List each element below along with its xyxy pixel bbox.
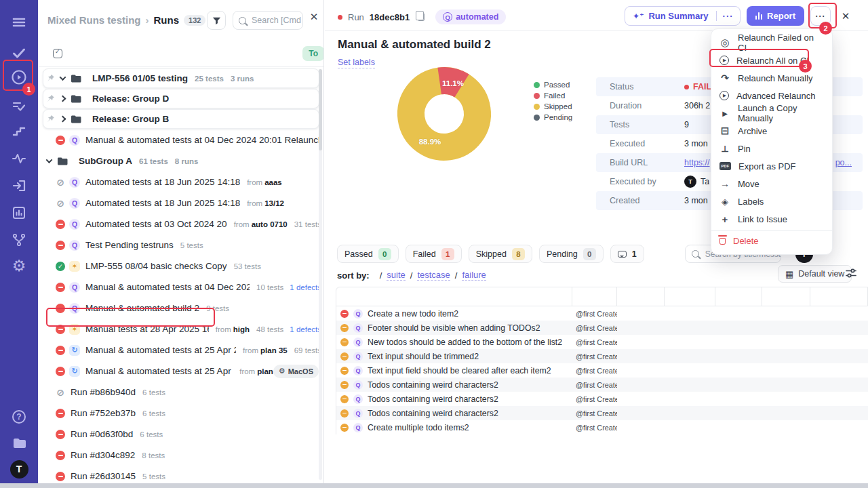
select-runs-icon[interactable] <box>53 49 62 58</box>
breadcrumb-section[interactable]: Runs <box>154 14 180 26</box>
table-row[interactable]: Todos containing weird characters2 @firs… <box>336 406 868 420</box>
list-item[interactable]: Manual & automated tests at 25 Apr 2025 … <box>38 361 324 382</box>
runs-search[interactable] <box>233 11 303 30</box>
activity-pulse-icon[interactable] <box>0 148 38 169</box>
menu-item[interactable]: Pin <box>711 140 832 157</box>
list-item[interactable]: LMP-556 01/05 testing 25 tests 3 runs <box>43 68 319 88</box>
set-labels-link[interactable]: Set labels <box>338 58 375 68</box>
table-column-header[interactable] <box>762 287 810 306</box>
menu-item[interactable]: Link to Issue <box>711 210 832 228</box>
grid-view-icon: ▦ <box>785 269 793 279</box>
sort-option-link[interactable]: /testcase <box>406 270 450 281</box>
list-item[interactable]: Manual & automated tests at 25 Apr 2025 … <box>38 340 324 361</box>
menu-item[interactable]: Relaunch Manually <box>711 69 832 87</box>
breadcrumb-project[interactable]: Mixed Runs testing <box>47 14 141 26</box>
table-row[interactable]: Todos containing weird characters2 @firs… <box>336 392 868 406</box>
list-item[interactable]: Run #0d63f0bd 6 tests <box>38 424 324 445</box>
status-chips: Passed 0 Failed 1 Skipped 8 Pending 0 <box>337 245 604 263</box>
table-column-header[interactable] <box>665 287 715 306</box>
menu-item[interactable]: Export as PDF <box>711 157 832 175</box>
menu-item[interactable]: Move <box>711 175 832 192</box>
table-row[interactable]: Todos containing weird characters2 @firs… <box>336 378 868 392</box>
list-item[interactable]: Automated tests at 18 Jun 2025 14:18 fro… <box>38 192 324 214</box>
reports-chart-icon[interactable] <box>0 203 38 223</box>
table-row[interactable]: New todos should be added to the bottom … <box>336 335 868 349</box>
run-summary-button[interactable]: ✦⁺Run Summary ··· <box>625 6 741 26</box>
table-column-header[interactable] <box>572 287 617 306</box>
status-filter-chip[interactable]: Pending 0 <box>539 245 604 263</box>
table-row[interactable]: Create a new todo item2 @first Create ..… <box>336 306 868 321</box>
list-item[interactable]: Automated tests at 03 Oct 2024 20:25 fro… <box>38 214 324 235</box>
workflows-branch-icon[interactable] <box>0 230 38 250</box>
table-row[interactable]: Footer should be visible when adding TOD… <box>336 321 868 335</box>
run-defects-link[interactable]: 1 defects <box>290 325 321 333</box>
list-item[interactable]: LMP-555 08/04 basic checks Copy 53 tests <box>38 256 324 277</box>
menu-item[interactable]: Delete <box>711 230 832 249</box>
list-item[interactable]: Run #26d30145 5 tests <box>38 466 324 483</box>
test-cases-icon[interactable] <box>0 96 38 117</box>
steps-icon[interactable] <box>0 121 38 141</box>
run-status-icon <box>56 199 65 208</box>
chevron-icon[interactable] <box>60 116 66 123</box>
help-icon[interactable]: ? <box>0 407 38 427</box>
menu-icon[interactable] <box>0 12 38 33</box>
workspace-avatar[interactable]: T <box>0 459 38 479</box>
table-row[interactable]: Create multiple todo items2 @first Creat… <box>336 420 868 434</box>
test-status-icon <box>340 338 349 346</box>
menu-item[interactable]: Relaunch Failed on CI <box>711 34 832 52</box>
default-view-button[interactable]: ▦ Default view <box>778 265 852 283</box>
table-row[interactable]: Text input should be trimmed2 @first Cre… <box>336 349 868 363</box>
automated-tag[interactable]: Q automated <box>435 9 506 24</box>
menu-item[interactable]: Launch a Copy Manually <box>711 104 832 122</box>
status-filter-chip[interactable]: Passed 0 <box>337 245 399 263</box>
list-item[interactable]: Test Pending testruns 5 tests <box>38 235 324 256</box>
list-item[interactable]: Manual & automated build 2 9 tests <box>38 298 324 319</box>
table-column-header[interactable] <box>617 287 665 306</box>
build-url-tail-link[interactable]: po... <box>835 158 852 167</box>
chevron-icon[interactable] <box>60 96 66 102</box>
folder-icon <box>71 94 81 104</box>
menu-item[interactable]: Relaunch All on CI <box>711 52 832 69</box>
filter-button[interactable] <box>207 11 226 30</box>
runs-search-input[interactable] <box>250 15 303 26</box>
list-item[interactable]: Release: Group B <box>43 109 319 129</box>
report-button[interactable]: Report <box>747 6 804 26</box>
list-item[interactable]: Run #752eb37b 6 tests <box>38 403 324 424</box>
list-item[interactable]: Manual & automated tests at 04 Dec 2024 … <box>38 277 324 298</box>
toggle-pill[interactable]: To <box>302 46 324 61</box>
list-item[interactable]: Release: Group D <box>43 89 319 108</box>
list-item[interactable]: SubGroup A 61 tests 8 runs <box>38 150 324 171</box>
close-panel-icon[interactable]: ✕ <box>839 9 852 23</box>
table-column-header[interactable] <box>715 287 762 306</box>
chevron-icon[interactable] <box>60 74 66 81</box>
projects-folder-icon[interactable] <box>0 433 38 453</box>
list-item[interactable]: Run #b86b940d 6 tests <box>38 382 324 403</box>
runs-scrollbar[interactable] <box>319 69 322 480</box>
column-settings-icon[interactable] <box>845 267 857 279</box>
table-column-header[interactable] <box>810 287 868 306</box>
table-column-header[interactable] <box>336 287 572 306</box>
sort-option-link[interactable]: /suite <box>375 270 406 281</box>
menu-item[interactable]: Labels <box>711 192 832 210</box>
menu-item[interactable]: Archive <box>711 122 832 140</box>
list-item[interactable]: Manual & automated tests at 04 Dec 2024 … <box>38 129 324 150</box>
copy-icon[interactable] <box>418 13 425 21</box>
close-search-icon[interactable]: ✕ <box>307 9 321 24</box>
run-from: fromplan 35 <box>243 346 288 354</box>
run-summary-more-button[interactable]: ··· <box>716 11 740 21</box>
sort-option-link[interactable]: /failure <box>450 270 486 281</box>
status-filter-chip[interactable]: Skipped 8 <box>469 245 532 263</box>
list-item[interactable]: Run #d304c892 8 tests <box>38 445 324 466</box>
menu-item[interactable]: Advanced Relaunch <box>711 87 832 104</box>
list-item[interactable]: Automated tests at 18 Jun 2025 14:18 fro… <box>38 171 324 192</box>
status-filter-chip[interactable]: Failed 1 <box>406 245 462 263</box>
import-icon[interactable] <box>0 176 38 196</box>
run-defects-link[interactable]: 1 defects <box>290 283 321 291</box>
settings-gear-icon[interactable]: ⚙ <box>0 256 38 276</box>
comments-chip[interactable]: 1 <box>610 245 644 263</box>
list-item[interactable]: Manual tests at 28 Apr 2025 16:50 fromhi… <box>38 319 324 340</box>
chevron-icon[interactable] <box>46 157 53 163</box>
tests-check-icon[interactable] <box>0 43 38 63</box>
run-title: LMP-556 01/05 testing <box>92 73 188 83</box>
table-row[interactable]: Text input field should be cleared after… <box>336 363 868 378</box>
